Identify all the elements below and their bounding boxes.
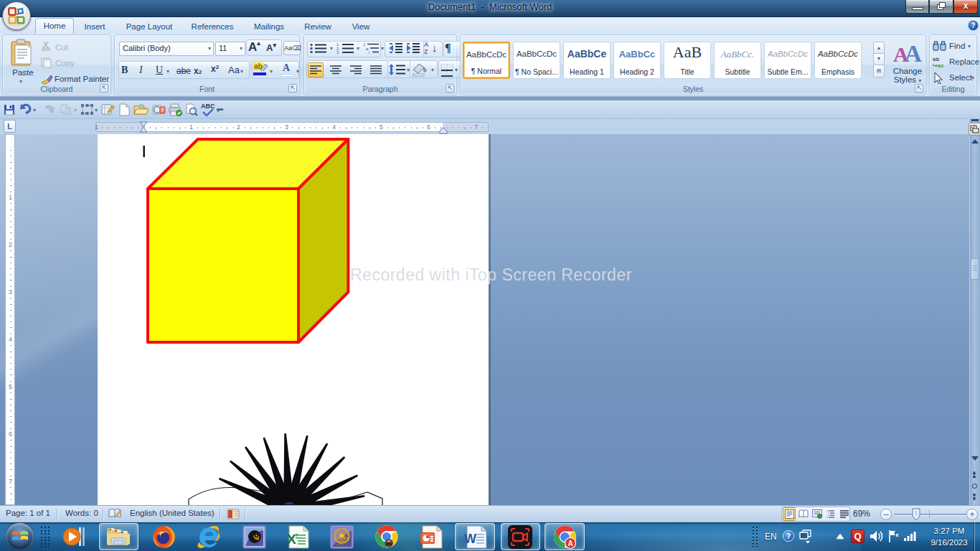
svg-text:W: W xyxy=(464,532,476,546)
svg-text:X: X xyxy=(287,532,296,547)
svg-text:i: i xyxy=(369,50,369,54)
svg-text:3: 3 xyxy=(336,50,339,54)
svg-text:A: A xyxy=(568,540,573,547)
